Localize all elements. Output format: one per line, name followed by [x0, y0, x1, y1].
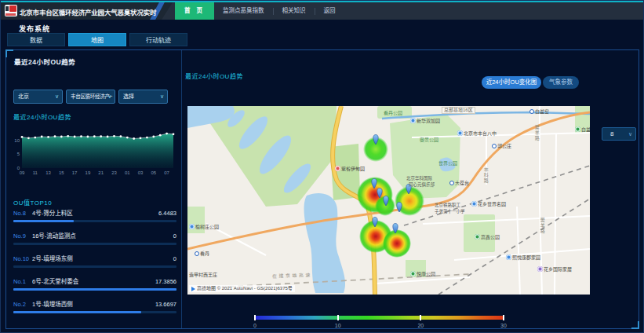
svg-text:03: 03	[138, 170, 144, 175]
progress-fill	[13, 311, 141, 313]
logo-bar	[5, 6, 9, 11]
progress-fill	[13, 220, 74, 222]
logo-caption	[5, 13, 16, 16]
top-bar: 北京市丰台区循环经济产业园大气恶臭状况实时 首 页 监测点恶臭指数 相关知识 返…	[1, 1, 644, 20]
ou-value: 13.6697	[155, 301, 176, 308]
chevron-down-icon: ∨	[160, 90, 164, 103]
nav-tab-knowledge[interactable]: 相关知识	[274, 2, 315, 20]
ou-change-button[interactable]: 近24小时OU变化图	[482, 76, 541, 89]
svg-text:01: 01	[125, 170, 130, 175]
ou-value: 17.3856	[155, 278, 176, 285]
progress-track	[13, 243, 176, 245]
svg-text:15: 15	[59, 170, 64, 175]
ou-top-list: No.84号-筛分上料区6.4483No.916号-流动监测点0No.102号-…	[13, 208, 176, 322]
svg-text:23: 23	[111, 170, 117, 175]
legend-tick-label: 10	[335, 323, 341, 328]
weather-params-button[interactable]: 气象参数	[543, 76, 579, 89]
corner-bracket	[631, 321, 639, 329]
nav-tab-back[interactable]: 返回	[315, 2, 344, 20]
svg-text:09: 09	[20, 170, 25, 175]
trend-chart-title: 最近24小时OU趋势	[13, 112, 71, 121]
ou-value: 0	[173, 255, 176, 262]
trend-chart: 0510091113151719212301030507	[10, 121, 180, 176]
list-item: No.102号-填埋场东侧0	[13, 254, 176, 276]
svg-text:11: 11	[33, 170, 38, 175]
ou-value: 6.4483	[158, 210, 176, 217]
ou-value: 0	[173, 232, 176, 240]
rank-label: No.1	[13, 278, 32, 285]
progress-track	[13, 265, 176, 268]
list-item: No.16号-北天堂村委会17.3856	[13, 276, 176, 299]
amap-logo-icon	[191, 287, 195, 291]
progress-track	[13, 311, 176, 313]
chevron-down-icon: ∨	[628, 128, 632, 140]
legend-tick	[503, 315, 504, 320]
logo-red-square	[9, 5, 16, 12]
point-number-value: 8	[610, 130, 613, 137]
legend-tick	[254, 315, 256, 320]
map-canvas	[187, 106, 590, 295]
point-number-select[interactable]: 8 ∨	[602, 127, 636, 141]
attribution-text: 高德地图 © 2021 AutoNavi - GS(2021)6375号	[197, 285, 293, 292]
map-attribution: 高德地图 © 2021 AutoNavi - GS(2021)6375号	[189, 285, 295, 292]
main-nav: 首 页 监测点恶臭指数 相关知识 返回	[175, 2, 344, 20]
legend-tick	[420, 315, 421, 320]
point-name: 1号-填埋场西侧	[32, 299, 155, 308]
nav-tab-odor-index[interactable]: 监测点恶臭指数	[214, 2, 273, 20]
svg-text:13: 13	[45, 170, 51, 175]
progress-track	[13, 288, 176, 291]
chevron-down-icon: ∨	[107, 90, 111, 103]
rank-label: No.10	[13, 255, 32, 262]
svg-text:17: 17	[72, 170, 78, 175]
ou-top-list-title: OU值TOP10	[13, 198, 52, 207]
point-name: 2号-填埋场东侧	[32, 254, 173, 262]
svg-text:21: 21	[98, 170, 104, 175]
city-select-value: 北京	[18, 93, 29, 99]
tab-data[interactable]: 数据	[7, 33, 65, 46]
point-name: 6号-北天堂村委会	[32, 276, 155, 285]
list-item: No.916号-流动监测点0	[13, 231, 176, 254]
point-name: 16号-流动监测点	[32, 231, 173, 240]
nav-tab-home[interactable]: 首 页	[175, 2, 214, 20]
progress-fill	[13, 288, 176, 291]
list-item: No.84号-筛分上料区6.4483	[13, 208, 176, 231]
legend-tick	[337, 315, 339, 320]
legend-tick-label: 0	[253, 323, 257, 328]
legend-tick-label: 20	[417, 323, 424, 328]
left-panel: 北京 ∨ 丰台区循环经济产~ ∨ 选择 ∨ 最近24小时OU趋势 0510091…	[8, 50, 182, 328]
tab-map[interactable]: 地图	[68, 33, 126, 46]
svg-text:10: 10	[14, 138, 20, 143]
app-title: 北京市丰台区循环经济产业园大气恶臭状况实时	[20, 7, 156, 16]
svg-text:5: 5	[17, 152, 20, 156]
city-select[interactable]: 北京 ∨	[13, 90, 63, 104]
chevron-down-icon: ∨	[55, 90, 59, 103]
progress-track	[13, 220, 176, 222]
rank-label: No.9	[13, 232, 32, 240]
app-logo-icon	[5, 5, 17, 16]
legend-tick-label: 30	[500, 323, 507, 328]
point-filter-select[interactable]: 选择 ∨	[118, 90, 168, 104]
svg-text:19: 19	[86, 170, 91, 175]
point-name: 4号-筛分上料区	[32, 208, 158, 217]
heat-blob	[383, 229, 411, 258]
list-item: No.21号-填埋场西侧13.6697	[13, 299, 176, 322]
ou-color-legend: 0102030	[255, 316, 504, 320]
map-section-title: 最近24小时OU趋势	[185, 71, 243, 80]
dashboard-screen: 北京市丰台区循环经济产业园大气恶臭状况实时 首 页 监测点恶臭指数 相关知识 返…	[0, 0, 644, 333]
park-select[interactable]: 丰台区循环经济产~ ∨	[66, 90, 115, 104]
svg-text:07: 07	[164, 170, 169, 175]
svg-text:05: 05	[151, 170, 156, 175]
main-panel: 最近24小时OU趋势 北京 ∨ 丰台区循环经济产~ ∨ 选择 ∨ 最近24小时O…	[5, 49, 639, 329]
rank-label: No.8	[13, 210, 32, 217]
tab-track[interactable]: 行动轨迹	[129, 33, 187, 46]
rank-label: No.2	[13, 301, 32, 308]
map[interactable]: 看丹公园总部基地16区新华双加园御景公园北京市丰台八中郭公庄白盆窑白盆窑公园世界…	[187, 106, 590, 295]
point-filter-value: 选择	[123, 93, 134, 99]
park-select-value: 丰台区循环经济产~	[71, 93, 112, 99]
